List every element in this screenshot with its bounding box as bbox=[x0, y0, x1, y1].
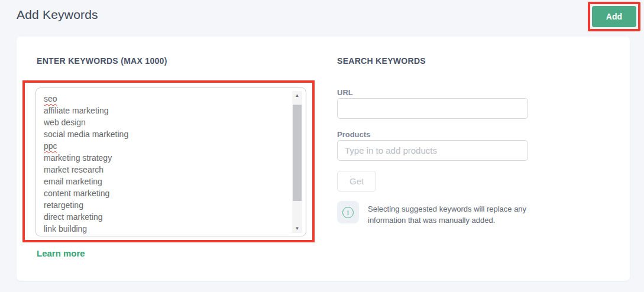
textarea-scrollbar[interactable]: ▲ ▼ bbox=[292, 91, 302, 233]
url-label: URL bbox=[337, 88, 353, 97]
add-button-annotation-box: Add bbox=[588, 2, 640, 31]
scrollbar-thumb[interactable] bbox=[293, 105, 302, 201]
keyword-line: marketing strategy bbox=[44, 152, 288, 164]
keyword-line: retargeting bbox=[44, 199, 288, 211]
info-note-row: i Selecting suggested keywords will repl… bbox=[337, 201, 545, 226]
get-button[interactable]: Get bbox=[337, 171, 376, 192]
page-title: Add Keywords bbox=[17, 8, 98, 22]
add-button[interactable]: Add bbox=[592, 6, 636, 27]
keyword-line: direct marketing bbox=[44, 211, 288, 223]
keyword-line: link building bbox=[44, 223, 288, 235]
info-icon-background: i bbox=[337, 201, 359, 223]
keyword-line: ppc bbox=[44, 140, 288, 152]
keyword-line: web design bbox=[44, 116, 288, 128]
keyword-line: seo bbox=[44, 93, 288, 105]
search-keywords-heading: SEARCH KEYWORDS bbox=[337, 56, 426, 66]
info-note-text: Selecting suggested keywords will replac… bbox=[368, 203, 545, 226]
products-input[interactable] bbox=[337, 140, 528, 161]
keyword-line: affiliate marketing bbox=[44, 105, 288, 116]
products-label: Products bbox=[337, 130, 370, 139]
keyword-line: email marketing bbox=[44, 176, 288, 187]
add-keywords-card: ENTER KEYWORDS (MAX 1000) seoaffiliate m… bbox=[17, 37, 630, 281]
keyword-line: content marketing bbox=[44, 187, 288, 199]
scroll-up-icon[interactable]: ▲ bbox=[292, 91, 302, 100]
url-input[interactable] bbox=[337, 98, 528, 119]
info-circle-icon: i bbox=[342, 207, 354, 218]
scroll-down-icon[interactable]: ▼ bbox=[292, 224, 302, 233]
learn-more-link[interactable]: Learn more bbox=[37, 248, 85, 258]
keywords-textarea[interactable]: seoaffiliate marketingweb designsocial m… bbox=[35, 87, 306, 236]
keyword-line: market research bbox=[44, 164, 288, 176]
keyword-line: social media marketing bbox=[44, 128, 288, 140]
keywords-list: seoaffiliate marketingweb designsocial m… bbox=[44, 93, 288, 235]
enter-keywords-heading: ENTER KEYWORDS (MAX 1000) bbox=[37, 56, 167, 66]
